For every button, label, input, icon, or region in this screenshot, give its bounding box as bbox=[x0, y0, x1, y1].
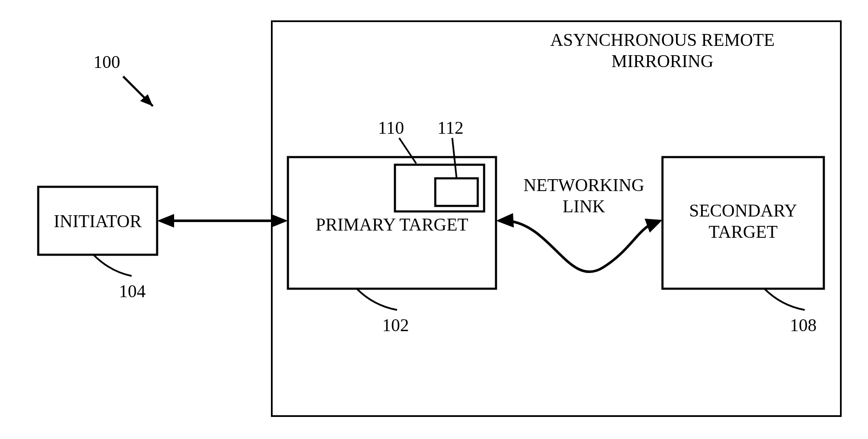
initiator-lead-line bbox=[93, 255, 132, 276]
secondary-target-label-2: TARGET bbox=[709, 222, 778, 242]
primary-target-refnum: 102 bbox=[382, 315, 409, 335]
container-title-line2: MIRRORING bbox=[612, 51, 713, 71]
primary-target-lead-line bbox=[357, 289, 397, 310]
inner-inner-refnum: 112 bbox=[437, 118, 463, 138]
secondary-target-refnum: 108 bbox=[790, 315, 817, 335]
inner-outer-box bbox=[395, 165, 484, 211]
networking-link-label-1: NETWORKING bbox=[524, 175, 645, 195]
networking-link-arrowhead-right bbox=[645, 219, 662, 233]
diagram-canvas: ASYNCHRONOUS REMOTE MIRRORING 100 INITIA… bbox=[0, 0, 868, 439]
primary-target-label: PRIMARY TARGET bbox=[316, 215, 468, 234]
networking-link-label-2: LINK bbox=[563, 197, 605, 216]
secondary-target-lead-line bbox=[764, 289, 805, 310]
initiator-primary-arrowhead-right bbox=[271, 214, 288, 228]
inner-inner-box bbox=[435, 178, 478, 206]
figure-refnum: 100 bbox=[93, 52, 120, 72]
initiator-refnum: 104 bbox=[119, 281, 146, 301]
networking-link-arrowhead-left bbox=[496, 213, 514, 228]
inner-outer-lead bbox=[399, 138, 416, 163]
initiator-label: INITIATOR bbox=[54, 211, 142, 231]
container-title-line1: ASYNCHRONOUS REMOTE bbox=[550, 30, 775, 50]
secondary-target-label-1: SECONDARY bbox=[689, 201, 797, 220]
initiator-primary-arrowhead-left bbox=[157, 214, 174, 228]
networking-link-curve bbox=[507, 221, 652, 272]
inner-outer-refnum: 110 bbox=[378, 118, 404, 138]
